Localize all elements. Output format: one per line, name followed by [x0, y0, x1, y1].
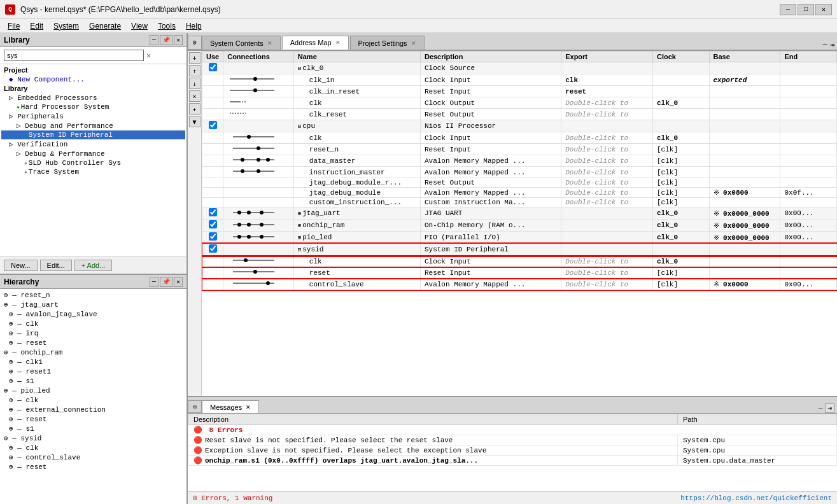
library-close-btn[interactable]: ✕: [174, 35, 183, 45]
table-row-onchip-ram[interactable]: ⊞onchip_ram On-Chip Memory (RAM o... clk…: [202, 220, 837, 232]
edit-button[interactable]: Edit...: [40, 260, 72, 271]
table-row-custom-instr[interactable]: custom_instruction_... Custom Instructio…: [202, 198, 837, 207]
menu-help[interactable]: Help: [181, 20, 207, 32]
library-peripherals[interactable]: ▷ Peripherals: [1, 111, 185, 121]
use-jtag-uart[interactable]: [209, 208, 217, 216]
toolbar-add-btn[interactable]: +: [189, 52, 200, 64]
hier-jtag-reset[interactable]: ⊕ — reset: [1, 338, 185, 347]
table-row-sysid-clk[interactable]: clk Clock Input Double-click to clk_0: [202, 256, 837, 267]
hier-pio-s1[interactable]: ⊕ — s1: [1, 424, 185, 433]
window-controls[interactable]: — □ ✕: [780, 4, 832, 15]
maximize-button[interactable]: □: [798, 4, 814, 15]
hier-avalon-jtag-slave[interactable]: ⊕ — avalon_jtag_slave: [1, 309, 185, 319]
table-row-clkin-reset[interactable]: clk_in_reset Reset Input reset: [202, 86, 837, 97]
export-clk[interactable]: Double-click to: [561, 97, 653, 109]
library-sld-hub[interactable]: ●SLD Hub Controller Sys: [1, 158, 185, 167]
library-sysid-peripheral[interactable]: ●System ID Peripheral: [1, 130, 185, 139]
use-onchip-ram[interactable]: [209, 220, 217, 228]
export-sysid-clk[interactable]: Double-click to: [561, 256, 653, 267]
hier-jtag-uart[interactable]: ⊕ — jtag_uart: [1, 300, 185, 309]
hier-pio-led[interactable]: ⊕ — pio_led: [1, 386, 185, 395]
menu-file[interactable]: File: [3, 20, 25, 32]
hierarchy-pin-btn[interactable]: 📌: [160, 277, 172, 287]
library-pin-btn[interactable]: 📌: [160, 35, 172, 45]
msg-row-2[interactable]: 🔴Exception slave is not specified. Pleas…: [188, 445, 837, 456]
export-cpu-clk[interactable]: Double-click to: [561, 132, 653, 144]
close-button[interactable]: ✕: [815, 4, 832, 15]
menu-edit[interactable]: Edit: [25, 20, 48, 32]
menu-tools[interactable]: Tools: [153, 20, 181, 32]
toolbar-move-down-btn[interactable]: ↓: [189, 78, 200, 89]
table-row-instr-master[interactable]: instruction_master Avalon Memory Mapped …: [202, 167, 837, 178]
export-jtag-dbg-module[interactable]: Double-click to: [561, 188, 653, 198]
library-verification[interactable]: ▷ Verification: [1, 139, 185, 149]
use-clk0[interactable]: [209, 63, 217, 71]
use-cpu[interactable]: [209, 121, 217, 129]
table-row-cpu-reset[interactable]: reset_n Reset Input Double-click to [clk…: [202, 144, 837, 155]
tab-bar-right-controls[interactable]: — ⇥: [823, 40, 837, 50]
messages-minimize-btn[interactable]: —: [819, 405, 823, 412]
add-button[interactable]: + Add...: [74, 260, 113, 271]
library-panel-controls[interactable]: — 📌 ✕: [150, 35, 183, 45]
messages-tab[interactable]: Messages ✕: [202, 400, 259, 413]
tab-address-map[interactable]: Address Map ✕: [282, 36, 349, 50]
messages-tab-close[interactable]: ✕: [246, 404, 251, 410]
hier-control-slave[interactable]: ⊕ — control_slave: [1, 452, 185, 462]
table-row-clk0[interactable]: ⊟clk_0 Clock Source: [202, 62, 837, 74]
table-row-cpu[interactable]: ⊟cpu Nios II Processor: [202, 120, 837, 132]
hier-pio-clk[interactable]: ⊕ — clk: [1, 395, 185, 405]
library-debug-perf-2[interactable]: ▷ Debug & Performance: [1, 149, 185, 158]
tab-system-contents-close[interactable]: ✕: [267, 40, 272, 46]
hier-reset1[interactable]: ⊕ — reset1: [1, 367, 185, 376]
hierarchy-close-btn[interactable]: ✕: [174, 277, 183, 287]
table-row-sysid-reset[interactable]: reset Reset Input Double-click to [clk]: [202, 267, 837, 279]
library-hard-processor[interactable]: ●Hard Processor System: [1, 102, 185, 111]
msg-row-3[interactable]: 🔴onchip_ram.s1 (0x0..0xffff) overlaps jt…: [188, 456, 837, 466]
hier-jtag-irq[interactable]: ⊕ — irq: [1, 328, 185, 338]
msg-row-1[interactable]: 🔴Reset slave is not specified. Please se…: [188, 435, 837, 445]
table-row-sysid[interactable]: ⊟sysid System ID Peripheral: [202, 244, 837, 256]
menu-system[interactable]: System: [48, 20, 84, 32]
toolbar-filter-btn[interactable]: ▼: [189, 116, 200, 127]
table-row-data-master[interactable]: data_master Avalon Memory Mapped ... Dou…: [202, 155, 837, 167]
tab-expand-icon[interactable]: ⇥: [830, 40, 834, 50]
use-pio-led[interactable]: [209, 232, 217, 241]
export-sysid-reset[interactable]: Double-click to: [561, 267, 653, 279]
hier-ext-conn[interactable]: ⊕ — external_connection: [1, 405, 185, 414]
table-row-jtag-uart[interactable]: ⊞jtag_uart JTAG UART clk_0 ※ 0x0000_0000…: [202, 207, 837, 220]
search-clear-button[interactable]: ✕: [146, 51, 151, 60]
hier-reset-n[interactable]: ⊕ — reset_n: [1, 290, 185, 300]
library-minimize-btn[interactable]: —: [150, 35, 158, 45]
toolbar-remove-btn[interactable]: ×: [189, 90, 200, 102]
table-row-clkin[interactable]: clk_in Clock Input clk exported: [202, 74, 837, 86]
tab-project-settings-close[interactable]: ✕: [411, 40, 416, 46]
table-row-control-slave[interactable]: control_slave Avalon Memory Mapped ... D…: [202, 279, 837, 290]
hier-s1[interactable]: ⊕ — s1: [1, 376, 185, 386]
export-custom-instr[interactable]: Double-click to: [561, 198, 653, 207]
new-button[interactable]: New...: [4, 260, 38, 271]
library-trace-system[interactable]: ●Trace System: [1, 167, 185, 176]
table-row-jtag-dbg-module[interactable]: jtag_debug_module Avalon Memory Mapped .…: [202, 188, 837, 198]
hierarchy-minimize-btn[interactable]: —: [150, 277, 158, 287]
tab-system-contents[interactable]: System Contents ✕: [202, 36, 281, 50]
export-cpu-reset[interactable]: Double-click to: [561, 144, 653, 155]
use-sysid[interactable]: [209, 244, 217, 253]
export-control-slave[interactable]: Double-click to: [561, 279, 653, 290]
library-debug-performance[interactable]: ▷ Debug and Performance: [1, 121, 185, 130]
export-instr-master[interactable]: Double-click to: [561, 167, 653, 178]
toolbar-star-btn[interactable]: ✦: [189, 103, 200, 115]
toolbar-move-up-btn[interactable]: ↑: [189, 65, 200, 76]
table-row-clk[interactable]: clk Clock Output Double-click to clk_0: [202, 97, 837, 109]
table-row-pio-led[interactable]: ⊞pio_led PIO (Parallel I/O) clk_0 ※ 0x00…: [202, 232, 837, 244]
tab-address-map-close[interactable]: ✕: [335, 39, 341, 46]
hierarchy-controls[interactable]: — 📌 ✕: [150, 277, 183, 287]
hier-sysid-clk[interactable]: ⊕ — clk: [1, 443, 185, 452]
library-new-component[interactable]: ◆ New Component...: [1, 74, 185, 84]
library-search-input[interactable]: [4, 50, 144, 61]
messages-expand-btn[interactable]: ⇥: [825, 403, 834, 413]
tab-minimize-icon[interactable]: —: [823, 41, 827, 50]
export-jtag-dbg-reset[interactable]: Double-click to: [561, 178, 653, 188]
hier-clk1[interactable]: ⊕ — clk1: [1, 357, 185, 367]
hier-jtag-clk[interactable]: ⊕ — clk: [1, 319, 185, 328]
table-row-cpu-clk[interactable]: clk Clock Input Double-click to clk_0: [202, 132, 837, 144]
